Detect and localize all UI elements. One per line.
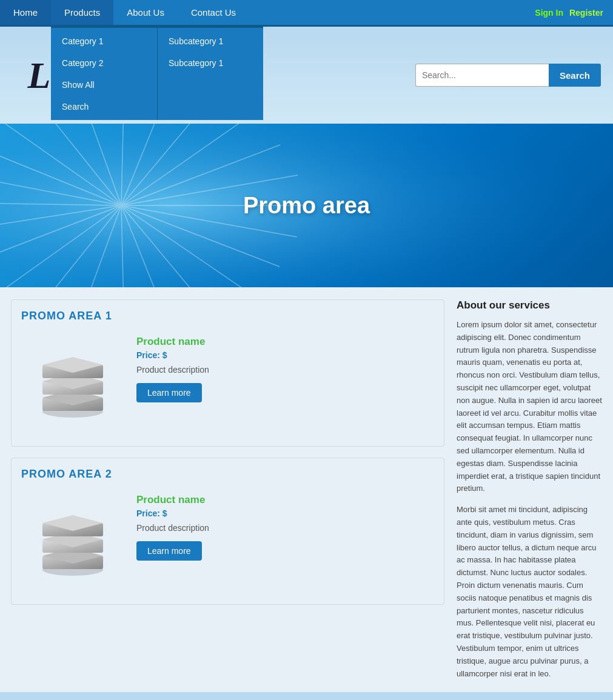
sidebar-title: About our services <box>457 299 602 312</box>
promo-sections: PROMO AREA 1 <box>11 299 444 605</box>
dropdown-col1: Category 1 Category 2 Show All Search <box>51 27 157 120</box>
promo-area-2: PROMO AREA 2 <box>11 458 444 605</box>
dropdown-category2[interactable]: Category 2 <box>51 52 157 74</box>
promo-banner-text: Promo area <box>243 193 370 219</box>
footer: © yourdomain.com FAQ | Privacy Policy | … <box>0 692 613 700</box>
product-image-1 <box>21 331 124 434</box>
dropdown-col2: Subcategory 1 Subcategory 1 <box>157 27 263 120</box>
product-image-2 <box>21 489 124 592</box>
learn-more-btn-2[interactable]: Learn more <box>136 541 202 561</box>
promo-banner: Promo area <box>0 124 613 287</box>
sidebar-body: Lorem ipsum dolor sit amet, consectetur … <box>457 319 602 680</box>
search-input[interactable] <box>415 64 549 87</box>
promo-area-1: PROMO AREA 1 <box>11 299 444 447</box>
dropdown-subcategory1-b[interactable]: Subcategory 1 <box>158 52 263 74</box>
nav-auth: Sign In Register <box>535 0 613 25</box>
sidebar-paragraph-1: Lorem ipsum dolor sit amet, consectetur … <box>457 319 602 495</box>
product-desc-2: Product description <box>136 523 434 533</box>
register-link[interactable]: Register <box>569 8 603 18</box>
product-name-2: Product name <box>136 494 434 506</box>
product-info-1: Product name Price: $ Product descriptio… <box>136 331 434 402</box>
product-name-1: Product name <box>136 336 434 348</box>
nav-contact[interactable]: Contact Us <box>178 0 249 25</box>
nav-about[interactable]: About Us <box>113 0 178 25</box>
sidebar-paragraph-2: Morbi sit amet mi tincidunt, adipiscing … <box>457 504 602 680</box>
product-card-2: Product name Price: $ Product descriptio… <box>21 489 434 592</box>
nav-products[interactable]: Products Category 1 Category 2 Show All … <box>51 0 113 25</box>
dropdown-search[interactable]: Search <box>51 96 157 118</box>
promo-area-1-title: PROMO AREA 1 <box>21 310 434 322</box>
sidebar: About our services Lorem ipsum dolor sit… <box>457 299 602 680</box>
products-dropdown: Category 1 Category 2 Show All Search Su… <box>51 27 263 120</box>
main-content: PROMO AREA 1 <box>0 287 613 692</box>
product-price-1: Price: $ <box>136 350 434 360</box>
dropdown-subcategory1-a[interactable]: Subcategory 1 <box>158 30 263 52</box>
product-desc-1: Product description <box>136 365 434 375</box>
product-icon-2 <box>30 498 115 583</box>
navbar: Home Products Category 1 Category 2 Show… <box>0 0 613 27</box>
nav-home[interactable]: Home <box>0 0 51 25</box>
learn-more-btn-1[interactable]: Learn more <box>136 383 202 402</box>
dropdown-show-all[interactable]: Show All <box>51 74 157 96</box>
product-price-2: Price: $ <box>136 508 434 518</box>
search-box: Search <box>415 64 601 87</box>
product-card-1: Product name Price: $ Product descriptio… <box>21 331 434 434</box>
signin-link[interactable]: Sign In <box>535 8 563 18</box>
search-button[interactable]: Search <box>549 64 601 87</box>
product-icon-1 <box>30 340 115 425</box>
promo-area-2-title: PROMO AREA 2 <box>21 468 434 481</box>
dropdown-category1[interactable]: Category 1 <box>51 30 157 52</box>
product-info-2: Product name Price: $ Product descriptio… <box>136 489 434 561</box>
